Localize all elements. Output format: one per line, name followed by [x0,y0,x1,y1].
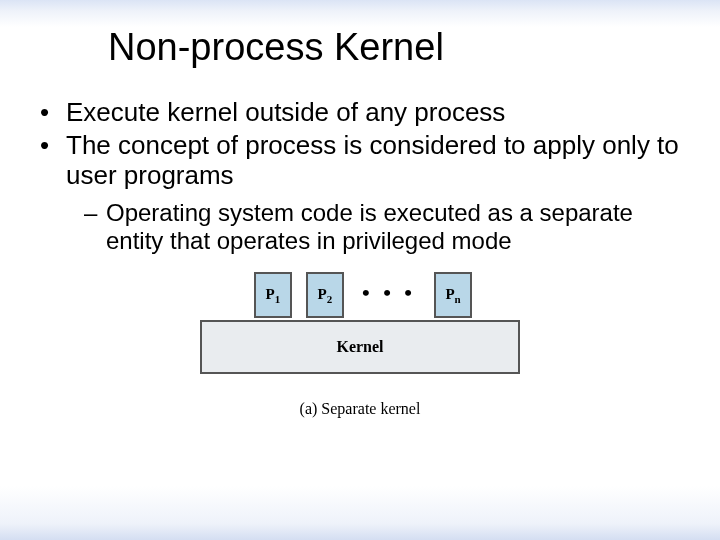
bullet-text: The concept of process is considered to … [66,130,679,191]
sub-bullet-item: Operating system code is executed as a s… [84,199,692,254]
bullet-item: The concept of process is considered to … [40,130,692,255]
process-row: P1 P2 • • • Pn [182,272,544,318]
process-box-p1: P1 [254,272,292,318]
slide: Non-process Kernel Execute kernel outsid… [0,0,720,540]
slide-title: Non-process Kernel [108,26,692,69]
ellipsis-dots: • • • [358,280,420,318]
process-label: Pn [445,286,460,305]
process-label: P2 [318,286,333,305]
bullet-list: Execute kernel outside of any process Th… [28,97,692,254]
process-label: P1 [266,286,281,305]
bullet-item: Execute kernel outside of any process [40,97,692,128]
sub-bullet-list: Operating system code is executed as a s… [66,199,692,254]
process-box-pn: Pn [434,272,472,318]
figure-caption: (a) Separate kernel [176,400,544,418]
process-box-p2: P2 [306,272,344,318]
kernel-box: Kernel [200,320,520,374]
kernel-figure: P1 P2 • • • Pn Kernel (a) Separate kerne… [176,272,544,418]
